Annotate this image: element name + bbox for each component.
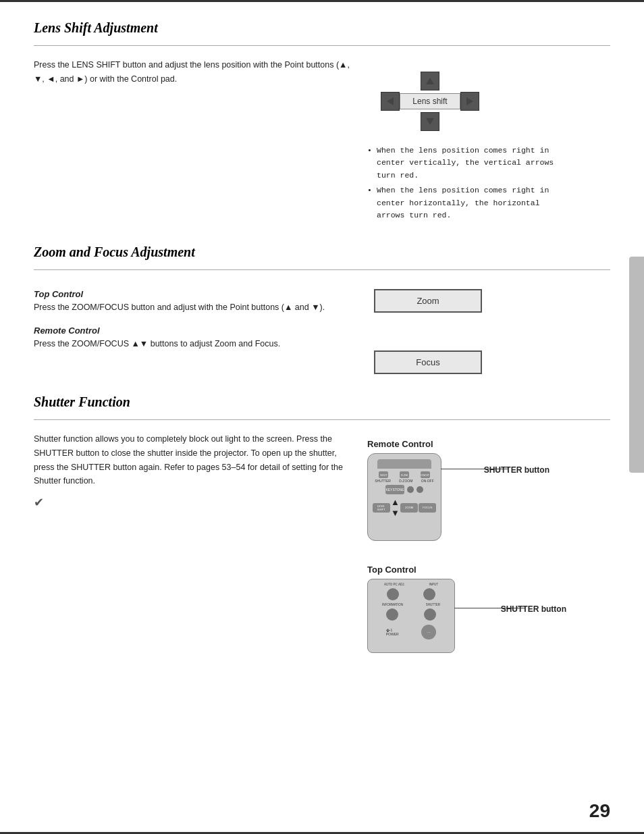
tc-lower-labels: INFORMATION SHUTTER <box>368 603 454 606</box>
lens-shift-section: Lens Shift Adjustment Press the LENS SHI… <box>34 20 610 224</box>
shutter-section: Shutter Function Shutter function allows… <box>34 394 610 653</box>
top-control-image-wrapper: AUTO PC ADJ. INPUT INFORMATION SHUTTER <box>367 579 455 653</box>
tc-btn-row-1 <box>368 588 454 600</box>
top-control-area: Top Control AUTO PC ADJ. INPUT <box>367 565 455 653</box>
zoom-focus-title: Zoom and Focus Adjustment <box>34 244 610 260</box>
page-number: 29 <box>589 800 610 822</box>
tc-top-labels: AUTO PC ADJ. INPUT <box>368 583 454 586</box>
top-control-shutter-label: Top Control <box>367 565 455 575</box>
top-control-label: Top Control <box>34 289 354 299</box>
label-dzoom: D.ZOOM <box>399 479 412 483</box>
zoom-focus-left: Top Control Press the ZOOM/FOCUS button … <box>34 282 367 374</box>
tc-shutter-btn[interactable] <box>424 608 436 621</box>
ls-down-arrow-btn[interactable] <box>421 112 439 131</box>
zoom-focus-content: Top Control Press the ZOOM/FOCUS button … <box>34 282 610 374</box>
remote-image-container: SHUT D.ZM ON/OF SHUTTER D.ZOOM ON·OFF <box>367 453 441 541</box>
checkmark-note: ✔ <box>34 495 354 510</box>
tc-info-btn[interactable] <box>386 608 398 621</box>
remote-top-bar <box>377 459 431 469</box>
lens-shift-btn: LENSSHIFT <box>373 503 390 513</box>
shutter-title: Shutter Function <box>34 394 610 410</box>
remote-body: SHUT D.ZM ON/OF SHUTTER D.ZOOM ON·OFF <box>367 453 441 541</box>
lens-shift-body: Press the LENS SHIFT button and adjust t… <box>34 58 354 86</box>
remote-bottom-row: LENSSHIFT ▲ ▼ ZO <box>368 497 441 518</box>
zoom-focus-buttons: Zoom Focus <box>374 289 482 374</box>
main-content: Lens Shift Adjustment Press the LENS SHI… <box>0 0 644 700</box>
shutter-remote-label: Remote Control <box>367 439 433 449</box>
zoom-focus-divider <box>34 269 610 270</box>
ls-left-arrow-btn[interactable] <box>381 92 400 111</box>
shutter-button-label-1: SHUTTER button <box>484 465 549 475</box>
arrow-up-icon: ▲ <box>391 497 400 507</box>
lens-shift-divider <box>34 45 610 46</box>
tc-power-group: ⏻-1POWER <box>386 628 399 636</box>
tc-label-shutter: SHUTTER <box>426 603 440 606</box>
tc-power-row: ⏻-1POWER ··· <box>368 625 454 640</box>
tc-power-label: ⏻-1POWER <box>386 628 399 636</box>
dzoom-btn: D.ZM <box>400 471 409 478</box>
remote-arrows: ▲ <box>391 497 400 507</box>
focus-button[interactable]: Focus <box>374 350 482 374</box>
remote-circle-2 <box>417 486 423 493</box>
tc-label-info: INFORMATION <box>382 603 403 606</box>
remote-btn-row-1: SHUT D.ZM ON/OF <box>368 471 441 478</box>
lens-shift-label-box: Lens shift <box>400 93 460 109</box>
lens-shift-and: and <box>60 74 74 84</box>
lens-shift-left: Press the LENS SHIFT button and adjust t… <box>34 58 367 224</box>
zoom-focus-right: Zoom Focus <box>367 282 610 374</box>
arrow-down-icon: ▼ <box>391 508 400 518</box>
tc-auto-btn[interactable] <box>387 588 399 600</box>
remote-arrow-group: ▲ ▼ <box>391 497 400 518</box>
lens-shift-right: Lens shift <box>367 58 610 224</box>
shutter-right: Remote Control SHUT D.ZM ON/OF <box>367 432 610 653</box>
remote-keystone-row: KEYSTONE <box>368 485 441 494</box>
zoom-focus-section: Zoom and Focus Adjustment Top Control Pr… <box>34 244 610 374</box>
label-shutter: SHUTTER <box>375 479 391 483</box>
shutter-body: Shutter function allows you to completel… <box>34 432 354 488</box>
shutter-divider <box>34 419 610 420</box>
remote-control-text: Press the ZOOM/FOCUS ▲▼ buttons to adjus… <box>34 337 354 351</box>
bullet-1: When the lens position comes right in ce… <box>367 145 570 182</box>
remote-circle-1 <box>407 486 414 493</box>
tc-dots-icon: ··· <box>427 630 430 634</box>
tc-input-btn[interactable] <box>423 588 435 600</box>
lens-shift-title: Lens Shift Adjustment <box>34 20 610 36</box>
top-control-body: AUTO PC ADJ. INPUT INFORMATION SHUTTER <box>367 579 455 653</box>
shutter-left: Shutter function allows you to completel… <box>34 432 367 653</box>
tc-label-autopc: AUTO PC ADJ. <box>384 583 405 586</box>
ls-right-arrow-btn[interactable] <box>460 92 479 111</box>
up-triangle-icon <box>426 78 434 84</box>
bullet-2: When the lens position comes right in ce… <box>367 184 570 221</box>
tc-power-btn[interactable]: ··· <box>421 625 436 640</box>
lens-shift-bullets: When the lens position comes right in ce… <box>367 145 570 224</box>
remote-control-label: Remote Control <box>34 325 354 336</box>
right-triangle-icon <box>466 97 473 105</box>
onoff-btn: ON/OF <box>421 471 430 478</box>
keystone-btn: KEYSTONE <box>385 485 404 494</box>
top-control-text: Press the ZOOM/FOCUS button and adjust w… <box>34 301 354 315</box>
focus-btn-remote: FOCUS <box>419 503 436 513</box>
page-container: Lens Shift Adjustment Press the LENS SHI… <box>0 0 644 834</box>
shutter-button-label-2: SHUTTER button <box>501 604 566 614</box>
shutter-content: Shutter function allows you to completel… <box>34 432 610 653</box>
remote-row-labels-1: SHUTTER D.ZOOM ON·OFF <box>368 479 441 483</box>
zoom-button[interactable]: Zoom <box>374 289 482 313</box>
remote-control-area: Remote Control SHUT D.ZM ON/OF <box>367 439 441 541</box>
lens-shift-diagram: Lens shift <box>381 72 479 131</box>
shutter-btn: SHUT <box>379 471 388 478</box>
lens-shift-content: Press the LENS SHIFT button and adjust t… <box>34 58 610 224</box>
ls-center-row: Lens shift <box>381 92 479 111</box>
zoom-btn-remote: ZOOM <box>400 503 418 513</box>
tc-lower-row <box>368 608 454 621</box>
remote-lr-arrows: ▼ <box>391 508 400 518</box>
left-triangle-icon <box>387 97 394 105</box>
down-triangle-icon <box>426 118 434 125</box>
ls-up-arrow-btn[interactable] <box>421 72 439 90</box>
label-onoff: ON·OFF <box>421 479 434 483</box>
tc-label-input: INPUT <box>429 583 439 586</box>
